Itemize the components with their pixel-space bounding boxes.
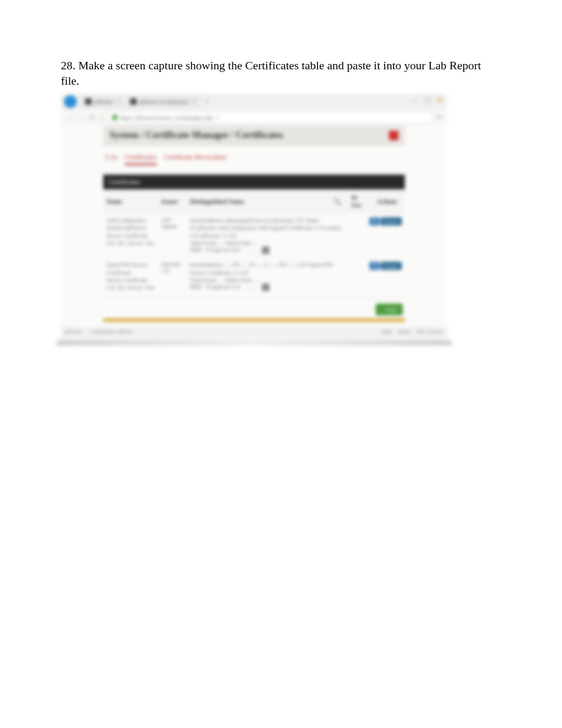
bookmark-star-icon[interactable]: ★ bbox=[215, 114, 221, 121]
nav-reload-icon[interactable]: ⟳ bbox=[89, 113, 96, 122]
tab-title-1: pfSense bbox=[94, 98, 113, 105]
tab-favicon-1 bbox=[85, 98, 92, 105]
browser-menu-icon[interactable]: ≡ bbox=[437, 113, 442, 122]
cert-inuse bbox=[348, 213, 366, 258]
status-help[interactable]: Help bbox=[382, 329, 392, 334]
breadcrumb-sep-1: / bbox=[141, 130, 147, 140]
col-name: Name bbox=[103, 189, 158, 213]
cert-dn: emailAddress=..., ST=..., O=..., L=..., … bbox=[190, 261, 345, 276]
window-maximize-icon[interactable]: ▢ bbox=[424, 96, 431, 104]
section-header: Certificates bbox=[103, 175, 405, 189]
tab-revocation[interactable]: Certificate Revocation bbox=[164, 153, 226, 165]
notice-icon[interactable] bbox=[389, 131, 398, 140]
cert-subname: Server Certificate bbox=[106, 232, 155, 239]
nav-forward-icon[interactable]: → bbox=[78, 113, 85, 122]
status-about[interactable]: About bbox=[397, 329, 411, 334]
browser-tab-strip: pfSense × pfSense.localdomain × + — ▢ ✕ bbox=[61, 94, 447, 110]
copy-icon[interactable] bbox=[262, 247, 269, 254]
status-brand: pfSense bbox=[65, 329, 82, 334]
window-controls: — ▢ ✕ bbox=[407, 94, 447, 106]
browser-tab-2[interactable]: pfSense.localdomain × bbox=[126, 96, 200, 107]
tab-close-1[interactable]: × bbox=[117, 99, 120, 105]
tab-close-2[interactable]: × bbox=[192, 99, 195, 105]
url-input[interactable]: https://pfsense/system_certmanager.php ★ bbox=[108, 112, 433, 123]
export-button[interactable]: Export bbox=[381, 217, 402, 225]
certificates-table: Name Issuer Distinguished Name In Use Ac… bbox=[103, 189, 405, 294]
cert-inuse bbox=[348, 258, 366, 295]
breadcrumb-sep-2: / bbox=[231, 130, 237, 140]
tab-certificates[interactable]: Certificates bbox=[125, 153, 157, 165]
export-button[interactable]: Export bbox=[381, 262, 402, 270]
tab-favicon-2 bbox=[130, 98, 137, 105]
col-issuer: Issuer bbox=[158, 189, 186, 213]
browser-url-bar: ← → ⟳ ⌂ https://pfsense/system_certmanag… bbox=[61, 110, 447, 125]
table-row: OpenVPN Server Certificate Server Certif… bbox=[103, 258, 405, 295]
instruction-text: 28. Make a screen capture showing the Ce… bbox=[61, 58, 501, 88]
browser-profile-icon bbox=[64, 95, 77, 108]
status-bar: pfSense ...community edition... Help Abo… bbox=[61, 327, 447, 336]
status-license[interactable]: View license bbox=[416, 329, 443, 334]
nav-home-icon[interactable]: ⌂ bbox=[100, 113, 104, 122]
window-close-icon[interactable]: ✕ bbox=[437, 96, 443, 104]
cert-valid: Valid From: ... Valid Until: ... bbox=[190, 276, 345, 284]
col-actions: Actions bbox=[366, 189, 405, 213]
cert-ca-info: CA: No, Server: Yes bbox=[106, 284, 155, 291]
cert-fingerprint: SHA1 Fingerprint .... bbox=[190, 247, 257, 253]
cert-valid: Valid From: ... Valid Until: ... bbox=[190, 239, 345, 247]
screenshot-container: pfSense × pfSense.localdomain × + — ▢ ✕ … bbox=[61, 94, 447, 342]
search-icon[interactable]: 🔍 bbox=[333, 197, 341, 206]
tab-title-2: pfSense.localdomain bbox=[139, 98, 188, 105]
new-tab-button[interactable]: + bbox=[205, 97, 209, 106]
cert-issuer: Internal-CA bbox=[158, 258, 186, 295]
browser-tab-1[interactable]: pfSense × bbox=[81, 96, 124, 107]
tab-cas[interactable]: CAs bbox=[105, 153, 117, 165]
page-content: System / Certificate Manager / Certifica… bbox=[61, 125, 447, 326]
footer-accent-bar bbox=[103, 319, 405, 322]
table-header-row: Name Issuer Distinguished Name In Use Ac… bbox=[103, 189, 405, 213]
cert-name: OpenVPN Server Certificate bbox=[106, 261, 155, 276]
cert-ca-info: CA: No, Server: Yes bbox=[106, 239, 155, 247]
add-button[interactable]: + Add bbox=[376, 304, 403, 315]
window-minimize-icon[interactable]: — bbox=[411, 96, 418, 104]
edit-button[interactable]: ✎ bbox=[369, 217, 380, 225]
copy-icon[interactable] bbox=[262, 284, 269, 291]
cert-issuer: self-signed bbox=[158, 213, 186, 258]
cert-dn: emailAddress=admin@pfSense.localdomain, … bbox=[190, 216, 345, 239]
cert-fingerprint: SHA1 Fingerprint .... bbox=[190, 284, 257, 290]
edit-button[interactable]: ✎ bbox=[369, 262, 380, 270]
breadcrumb-certs[interactable]: Certificates bbox=[236, 130, 283, 140]
breadcrumb-system[interactable]: System bbox=[110, 130, 139, 140]
cert-name: webConfigurator default (pfSense) bbox=[106, 216, 155, 232]
col-inuse: In Use bbox=[348, 189, 366, 213]
url-text: https://pfsense/system_certmanager.php bbox=[120, 114, 213, 121]
breadcrumb-certmgr[interactable]: Certificate Manager bbox=[146, 130, 229, 140]
table-row: webConfigurator default (pfSense) Server… bbox=[103, 213, 405, 258]
status-edition: ...community edition... bbox=[87, 329, 135, 334]
lock-icon bbox=[112, 115, 117, 120]
breadcrumb: System / Certificate Manager / Certifica… bbox=[103, 125, 405, 145]
nav-back-icon[interactable]: ← bbox=[66, 113, 74, 122]
table-footer: + Add bbox=[103, 298, 405, 319]
cert-subname: Server Certificate bbox=[106, 276, 155, 284]
sub-tabs: CAs Certificates Certificate Revocation bbox=[103, 145, 405, 165]
col-dn: Distinguished Name bbox=[187, 189, 348, 213]
